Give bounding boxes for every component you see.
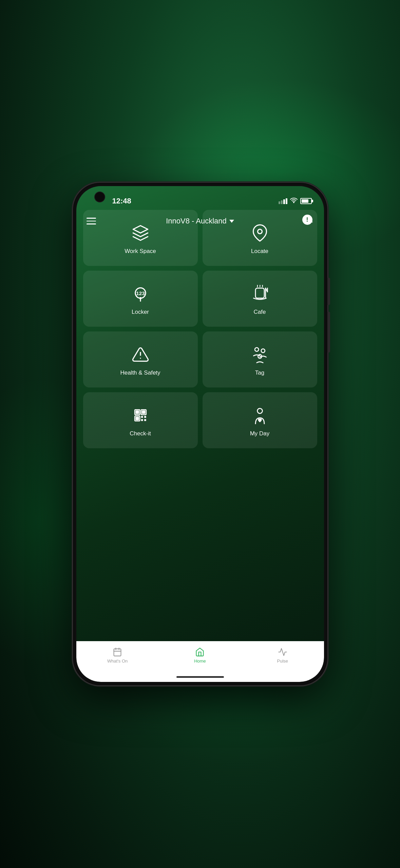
signal-icon xyxy=(279,198,287,204)
svg-rect-19 xyxy=(136,417,138,419)
nav-home-label: Home xyxy=(194,658,206,664)
status-icons xyxy=(279,197,312,205)
grid-item-check-it[interactable]: Check-it xyxy=(83,392,198,448)
grid-item-my-day[interactable]: My Day xyxy=(203,392,317,448)
svg-text:123: 123 xyxy=(136,290,145,296)
grid-item-workspace[interactable]: Work Space xyxy=(83,210,198,266)
locate-label: Locate xyxy=(251,248,268,255)
nav-whats-on[interactable]: What's On xyxy=(104,647,131,664)
grid-item-health-safety[interactable]: Health & Safety xyxy=(83,331,198,387)
layers-icon xyxy=(130,223,151,243)
bottom-nav: What's On Home Pulse xyxy=(76,641,324,682)
nav-pulse-label: Pulse xyxy=(277,658,288,664)
wifi-icon xyxy=(290,197,298,205)
tag-people-icon xyxy=(250,344,270,365)
main-content: Work Space ! Locate xyxy=(76,210,324,641)
camera xyxy=(95,192,104,202)
svg-rect-21 xyxy=(144,416,146,418)
svg-rect-22 xyxy=(141,419,143,421)
svg-point-24 xyxy=(257,408,262,413)
workspace-label: Work Space xyxy=(125,248,156,255)
svg-point-0 xyxy=(293,202,294,202)
grid-item-cafe[interactable]: Cafe xyxy=(203,271,317,327)
svg-rect-17 xyxy=(142,411,145,413)
my-day-icon xyxy=(250,405,270,426)
locker-label: Locker xyxy=(132,309,149,315)
health-safety-label: Health & Safety xyxy=(120,369,160,376)
alert-triangle-icon xyxy=(130,344,151,365)
svg-point-11 xyxy=(255,347,259,351)
status-bar: 12:48 xyxy=(76,186,324,210)
cafe-icon xyxy=(250,284,270,304)
nav-home[interactable]: Home xyxy=(186,647,213,664)
grid-item-locate[interactable]: ! Locate xyxy=(203,210,317,266)
phone-screen: 12:48 xyxy=(76,186,324,682)
cafe-label: Cafe xyxy=(254,309,266,315)
svg-point-12 xyxy=(261,349,265,352)
battery-icon xyxy=(300,198,312,204)
app-grid: Work Space ! Locate xyxy=(76,210,324,448)
my-day-label: My Day xyxy=(250,430,270,437)
svg-rect-6 xyxy=(255,288,264,298)
svg-rect-20 xyxy=(141,416,143,418)
tag-label: Tag xyxy=(255,369,264,376)
nav-whats-on-label: What's On xyxy=(107,658,128,664)
time-display: 12:48 xyxy=(112,197,131,205)
check-it-label: Check-it xyxy=(130,430,151,437)
home-indicator xyxy=(176,676,224,678)
qr-code-icon xyxy=(130,405,151,426)
svg-point-1 xyxy=(258,229,262,234)
locker-icon: 123 xyxy=(130,284,151,304)
grid-item-locker[interactable]: 123 Locker xyxy=(83,271,198,327)
map-pin-icon xyxy=(250,223,270,243)
svg-rect-25 xyxy=(114,649,121,656)
svg-rect-15 xyxy=(136,411,138,413)
svg-rect-23 xyxy=(144,419,146,421)
grid-item-tag[interactable]: Tag xyxy=(203,331,317,387)
phone-device: 12:48 xyxy=(73,183,327,685)
alert-badge: ! xyxy=(302,215,312,225)
nav-pulse[interactable]: Pulse xyxy=(269,647,296,664)
